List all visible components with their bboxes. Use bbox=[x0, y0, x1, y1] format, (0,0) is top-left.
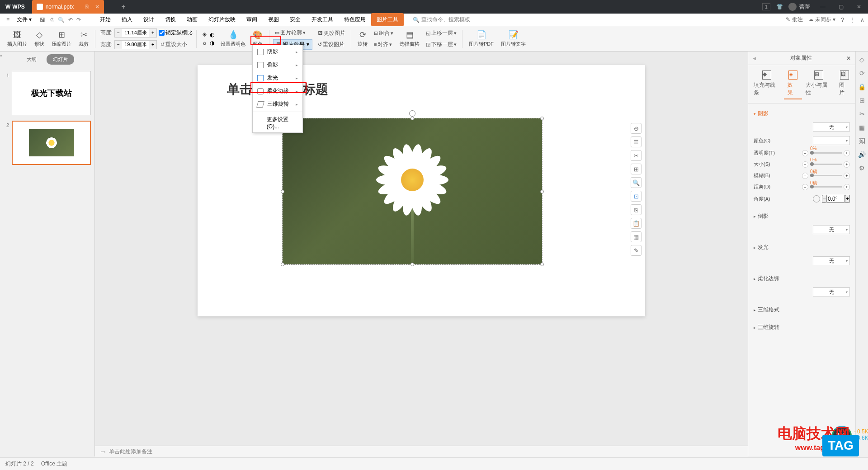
rail-icon-2[interactable]: ⟳ bbox=[859, 70, 865, 77]
insert-picture-button[interactable]: 🖼插入图片 bbox=[5, 28, 30, 50]
selected-image[interactable] bbox=[282, 118, 542, 265]
contrast-icon[interactable]: ◐ bbox=[210, 32, 214, 38]
collapse-thumb-icon[interactable]: « bbox=[0, 53, 5, 58]
contrast-down-icon[interactable]: ◑ bbox=[210, 40, 214, 46]
transparency-button[interactable]: 💧设置透明色 bbox=[218, 28, 248, 50]
bring-forward-button[interactable]: ◱ 上移一层 ▾ bbox=[424, 28, 458, 38]
float-zoom-out[interactable]: ⊖ bbox=[631, 123, 642, 134]
rail-icon-1[interactable]: ◇ bbox=[859, 56, 864, 63]
tab-devtools[interactable]: 开发工具 bbox=[306, 13, 339, 26]
change-picture-button[interactable]: 🖼 更改图片 bbox=[316, 28, 347, 38]
badge-button[interactable]: 1 bbox=[762, 3, 770, 10]
size-slider[interactable]: −0%+ bbox=[802, 161, 850, 168]
shadow-preset-select[interactable]: 无 bbox=[813, 122, 850, 132]
section-glow[interactable]: 发光 bbox=[754, 241, 850, 254]
send-backward-button[interactable]: ◲ 下移一层 ▾ bbox=[424, 40, 458, 49]
selection-pane-button[interactable]: ▤选择窗格 bbox=[397, 28, 422, 50]
new-tab-button[interactable]: + bbox=[118, 3, 129, 11]
hamburger-icon[interactable]: ≡ bbox=[4, 15, 12, 25]
close-panel-icon[interactable]: ✕ bbox=[846, 55, 851, 61]
rail-icon-4[interactable]: ⊞ bbox=[859, 97, 865, 104]
undo-icon[interactable]: ↶ bbox=[68, 17, 73, 23]
search-box[interactable]: 🔍 查找命令、搜索模板 bbox=[413, 16, 470, 24]
print-icon[interactable]: 🖨 bbox=[49, 17, 54, 23]
skin-icon[interactable]: 👕 bbox=[770, 0, 788, 14]
rotate-handle[interactable] bbox=[409, 110, 415, 117]
reset-size-button[interactable]: ↺ 重设大小 bbox=[159, 40, 189, 49]
rotate-button[interactable]: ⟳旋转 bbox=[355, 28, 370, 50]
redo-icon[interactable]: ↷ bbox=[76, 17, 81, 23]
3d-rotation-menu-item[interactable]: 三维旋转▸ bbox=[253, 98, 302, 111]
slide-thumb-1[interactable]: 1 极光下载站 bbox=[4, 71, 91, 115]
compress-button[interactable]: ⊞压缩图片 bbox=[49, 28, 74, 50]
section-3d-format[interactable]: 三维格式 bbox=[754, 303, 850, 316]
height-spinner[interactable]: −+ bbox=[114, 28, 157, 38]
props-tab-fill[interactable]: ◆填充与线条 bbox=[750, 69, 784, 99]
soft-select[interactable]: 无 bbox=[813, 287, 850, 296]
pic-to-pdf-button[interactable]: 📄图片转PDF bbox=[466, 28, 496, 50]
tab-picture-tools[interactable]: 图片工具 bbox=[371, 13, 404, 26]
tab-home[interactable]: 开始 bbox=[94, 13, 116, 26]
minimize-button[interactable]: — bbox=[814, 0, 832, 14]
notes-bar[interactable]: ▭ 单击此处添加备注 bbox=[95, 446, 748, 456]
props-tab-effect[interactable]: ◈效果 bbox=[784, 69, 802, 99]
shadow-color-select[interactable] bbox=[813, 136, 850, 145]
brightness-down-icon[interactable]: ☼ bbox=[202, 40, 207, 46]
annotate-button[interactable]: ✎ 批注 bbox=[786, 16, 802, 24]
resize-handle-s[interactable] bbox=[410, 263, 414, 266]
pin-icon[interactable]: ⎘ bbox=[85, 4, 89, 10]
resize-handle-se[interactable] bbox=[540, 263, 544, 266]
help-icon[interactable]: ? bbox=[841, 17, 844, 23]
angle-dial[interactable] bbox=[813, 195, 820, 202]
section-3d-rotation[interactable]: 三维旋转 bbox=[754, 321, 850, 334]
tab-view[interactable]: 视图 bbox=[263, 13, 284, 26]
section-reflection[interactable]: 倒影 bbox=[754, 210, 850, 223]
resize-handle-e[interactable] bbox=[540, 190, 544, 193]
rail-icon-6[interactable]: ▦ bbox=[859, 124, 865, 131]
section-shadow[interactable]: 阴影 bbox=[754, 107, 850, 120]
float-copy[interactable]: ⎘ bbox=[631, 204, 642, 215]
collapse-ribbon-icon[interactable]: ⋮ bbox=[849, 17, 855, 23]
tab-review[interactable]: 审阅 bbox=[241, 13, 263, 26]
float-crop[interactable]: ✂ bbox=[631, 150, 642, 161]
float-grid[interactable]: ⊞ bbox=[631, 164, 642, 174]
expand-icon[interactable]: ∧ bbox=[860, 17, 864, 23]
tab-slideshow[interactable]: 幻灯片放映 bbox=[203, 13, 241, 26]
rail-icon-8[interactable]: 🔊 bbox=[858, 151, 866, 158]
save-icon[interactable]: 🖫 bbox=[40, 17, 45, 23]
brightness-icon[interactable]: ☀ bbox=[202, 32, 207, 38]
blur-slider[interactable]: −0磅+ bbox=[802, 173, 850, 179]
rail-icon-5[interactable]: ✂ bbox=[859, 110, 865, 118]
angle-spinner[interactable]: −+ bbox=[822, 195, 850, 203]
reflection-select[interactable]: 无 bbox=[813, 225, 850, 234]
glow-select[interactable]: 无 bbox=[813, 256, 850, 265]
more-settings-menu-item[interactable]: 更多设置(O)... bbox=[253, 113, 302, 132]
document-tab[interactable]: normal.pptx ⎘ ✕ bbox=[32, 0, 104, 14]
float-edit[interactable]: ✎ bbox=[631, 245, 642, 256]
tab-transition[interactable]: 切换 bbox=[160, 13, 181, 26]
tab-insert[interactable]: 插入 bbox=[116, 13, 138, 26]
tab-security[interactable]: 安全 bbox=[284, 13, 306, 26]
float-select[interactable]: ⊡ bbox=[631, 191, 642, 202]
canvas-area[interactable]: 单击此处添加标题 bbox=[95, 52, 748, 456]
outline-tab[interactable]: 大纲 bbox=[20, 54, 43, 65]
slide-thumb-2[interactable]: 2 bbox=[4, 121, 91, 165]
maximize-button[interactable]: ▢ bbox=[832, 0, 850, 14]
float-search[interactable]: 🔍 bbox=[631, 177, 642, 188]
width-spinner[interactable]: −+ bbox=[114, 40, 157, 49]
close-window-button[interactable]: ✕ bbox=[850, 0, 868, 14]
slides-tab[interactable]: 幻灯片 bbox=[47, 54, 74, 65]
props-tab-picture[interactable]: 🖼图片 bbox=[835, 69, 854, 99]
group-button[interactable]: ⊞ 组合 ▾ bbox=[372, 28, 395, 38]
transparency-slider[interactable]: −0%+ bbox=[802, 150, 850, 156]
distance-slider[interactable]: −0磅+ bbox=[802, 184, 850, 190]
user-menu[interactable]: 蕾蕾 bbox=[788, 3, 810, 11]
resize-handle-w[interactable] bbox=[281, 190, 284, 193]
float-layers[interactable]: ☰ bbox=[631, 136, 642, 147]
tab-animation[interactable]: 动画 bbox=[181, 13, 203, 26]
resize-handle-n[interactable] bbox=[410, 117, 414, 120]
resize-handle-sw[interactable] bbox=[281, 263, 284, 266]
resize-handle-ne[interactable] bbox=[540, 117, 544, 120]
float-paste[interactable]: 📋 bbox=[631, 218, 642, 229]
float-format[interactable]: ▦ bbox=[631, 231, 642, 242]
